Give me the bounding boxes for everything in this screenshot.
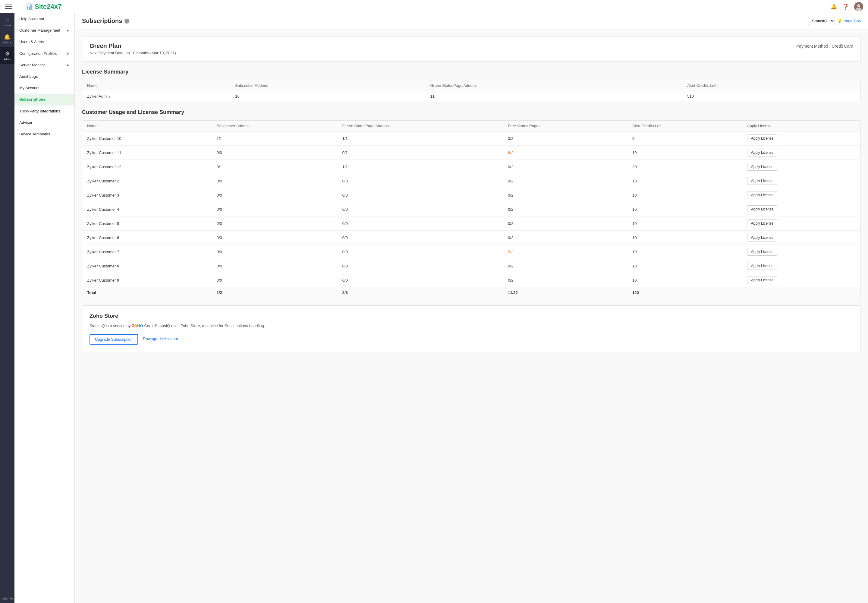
apply-license-button[interactable]: Apply License [747, 220, 778, 227]
apply-license-button[interactable]: Apply License [747, 262, 778, 270]
apply-license-button[interactable]: Apply License [747, 233, 778, 241]
apply-license-button[interactable]: Apply License [747, 177, 778, 185]
row-apply-license: Apply License [742, 188, 860, 202]
row-free-status-pages: 0/2 [503, 188, 627, 202]
col-alert-credits-left: Alert Credits Left [682, 80, 860, 91]
user-avatar[interactable] [854, 2, 863, 11]
col-name: Name [82, 80, 230, 91]
sidebar-item-subscriptions[interactable]: Subscriptions [14, 94, 74, 105]
sidebar-item-device-templates[interactable]: Device Templates [14, 128, 74, 140]
sidebar-item-server-monitor[interactable]: Server Monitor ▶ [14, 59, 74, 71]
row-green-statuspage: 0/0 [338, 174, 504, 188]
row-subscriber-addons: 10 [230, 91, 425, 102]
sidebar-item-audit-logs[interactable]: Audit Logs [14, 71, 74, 82]
col-apply-license: Apply License [742, 121, 860, 131]
row-apply-license: Apply License [742, 259, 860, 273]
header-bar: Subscriptions i StatusIQ 💡 Page Tips [75, 13, 868, 29]
table-row: Zylker Customer 9 0/0 0/0 0/2 10 Apply L… [82, 273, 860, 287]
apply-license-button[interactable]: Apply License [747, 248, 778, 256]
row-name: Zylker Customer 5 [82, 216, 212, 230]
notification-icon[interactable]: 🔔 [830, 3, 837, 10]
table-row: Zylker Customer 11 0/0 0/1 6/2 10 Apply … [82, 145, 860, 160]
row-name: Zylker Customer 8 [82, 259, 212, 273]
topbar-actions: 🔔 ❓ [830, 2, 863, 11]
row-green-statuspage: 1/1 [338, 131, 504, 145]
row-apply-license: Apply License [742, 131, 860, 145]
sidebar-item-third-party-integrations[interactable]: Third-Party Integrations [14, 105, 74, 117]
sidebar-item-advisor[interactable]: Advisor [14, 117, 74, 128]
topbar: 📊 Site24x7 🔔 ❓ [0, 0, 868, 13]
row-green-statuspage: 0/0 [338, 202, 504, 216]
table-row: Zylker Customer 10 1/1 1/1 0/2 0 Apply L… [82, 131, 860, 145]
app-body: ⌂ Home 🔔 Alarms ⚙ Admin Help Assistant C… [0, 13, 868, 603]
row-green-statuspage: 0/0 [338, 188, 504, 202]
row-alert-credits: 0 [627, 131, 742, 145]
row-green-statuspage: 0/0 [338, 245, 504, 259]
row-apply-license: Apply License [742, 245, 860, 259]
page-tips-button[interactable]: 💡 Page Tips [837, 19, 861, 23]
plan-card: Green Plan Next Payment Date : in 10 mon… [82, 36, 861, 62]
row-free-status-pages: 0/2 [503, 216, 627, 230]
row-alert-credits: 10 [627, 202, 742, 216]
sidebar-item-customer-management[interactable]: Customer Management ▶ [14, 25, 74, 36]
sidebar-item-configuration-profiles[interactable]: Configuration Profiles ▶ [14, 48, 74, 59]
row-subscriber-addons: 0/0 [212, 174, 338, 188]
arrow-icon: ▶ [67, 28, 70, 32]
row-green-statuspage: 0/0 [338, 273, 504, 287]
customer-usage-title: Customer Usage and License Summary [82, 109, 861, 116]
row-subscriber-addons: 0/0 [212, 188, 338, 202]
hamburger-icon[interactable] [5, 3, 12, 10]
apply-license-button[interactable]: Apply License [747, 135, 778, 142]
sidebar-item-users-alerts[interactable]: Users & Alerts [14, 36, 74, 48]
row-name: Zylker Customer 3 [82, 188, 212, 202]
nav-admin[interactable]: ⚙ Admin [0, 47, 14, 64]
row-apply-license: Apply License [742, 216, 860, 230]
apply-license-button[interactable]: Apply License [747, 191, 778, 199]
row-alert-credits: 10 [627, 216, 742, 230]
info-icon[interactable]: i [125, 19, 129, 23]
row-alert-credits: 10 [627, 273, 742, 287]
row-green-statuspage: 0/1 [338, 145, 504, 160]
home-icon: ⌂ [6, 17, 9, 23]
row-name: Zylker Customer 12 [82, 160, 212, 174]
col-alert-credits-left: Alert Credits Left [627, 121, 742, 131]
customer-usage-table: Name Subscriber Addons Green StatusPage … [82, 120, 861, 298]
row-name: Zylker Admin [82, 91, 230, 102]
row-alert-credits: 10 [627, 245, 742, 259]
apply-license-button[interactable]: Apply License [747, 276, 778, 284]
apply-license-button[interactable]: Apply License [747, 205, 778, 213]
row-subscriber-addons: 0/0 [212, 259, 338, 273]
upgrade-subscription-button[interactable]: Upgrade Subscription [90, 334, 138, 345]
row-name: Zylker Customer 11 [82, 145, 212, 160]
nav-alarms[interactable]: 🔔 Alarms [0, 30, 14, 47]
apply-license-button[interactable]: Apply License [747, 163, 778, 171]
license-summary-title: License Summary [82, 69, 861, 75]
arrow-icon: ▶ [67, 63, 70, 67]
app-logo[interactable]: 📊 Site24x7 [25, 3, 62, 11]
nav-home[interactable]: ⌂ Home [0, 13, 14, 30]
sidebar-item-my-account[interactable]: My Account [14, 82, 74, 94]
plan-next-payment: Next Payment Date : in 10 months (Mar 19… [90, 51, 176, 55]
row-free-status-pages: 0/2 [503, 131, 627, 145]
downgrade-account-link[interactable]: Downgrade Account [143, 334, 178, 345]
nav-icons: ⌂ Home 🔔 Alarms ⚙ Admin [0, 13, 14, 603]
col-free-status-pages: Free Status Pages [503, 121, 627, 131]
row-green-statuspage: 0/0 [338, 230, 504, 245]
row-subscriber-addons: 0/0 [212, 273, 338, 287]
row-alert-credits: 510 [682, 91, 860, 102]
help-icon[interactable]: ❓ [842, 3, 849, 10]
apply-license-button[interactable]: Apply License [747, 148, 778, 156]
row-free-status-pages: 0/2 [503, 160, 627, 174]
svg-point-2 [856, 8, 861, 11]
table-row: Zylker Customer 12 0/1 1/1 0/2 30 Apply … [82, 160, 860, 174]
row-free-status-pages: 0/2 [503, 259, 627, 273]
arrow-icon: ▶ [67, 51, 70, 56]
table-row: Zylker Customer 6 0/0 0/0 0/2 10 Apply L… [82, 230, 860, 245]
logo-text: Site24x7 [35, 3, 62, 11]
row-free-status-pages: 0/2 [503, 174, 627, 188]
row-green-statuspage: 1/1 [338, 160, 504, 174]
row-name: Zylker Customer 7 [82, 245, 212, 259]
table-row-total: Total 1/2 2/3 11/22 120 [82, 287, 860, 298]
sidebar-item-help-assistant[interactable]: Help Assistant [14, 13, 74, 25]
statusiq-dropdown[interactable]: StatusIQ [808, 17, 835, 25]
